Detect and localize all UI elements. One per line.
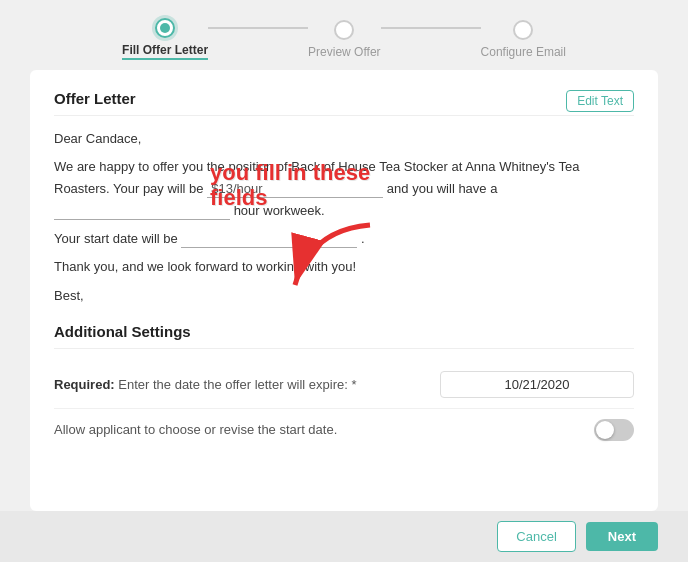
start-date-toggle[interactable] [594,419,634,441]
step-1-label: Fill Offer Letter [122,43,208,60]
step-3-label: Configure Email [481,45,566,59]
next-button[interactable]: Next [586,522,658,551]
start-date-line: Your start date will be . [54,228,634,250]
step-line-1 [208,27,308,29]
additional-settings: Additional Settings Required: Enter the … [54,323,634,451]
content-area: Offer Letter Edit Text you fill in these… [0,70,688,511]
edit-text-button[interactable]: Edit Text [566,90,634,112]
hours-input[interactable] [54,202,230,220]
step-2-label: Preview Offer [308,45,380,59]
additional-settings-title: Additional Settings [54,323,634,349]
expiry-date-row: Required: Enter the date the offer lette… [54,361,634,409]
footer: Cancel Next [0,511,688,562]
step-2-circle [334,20,354,40]
step-line-2 [381,27,481,29]
page-wrapper: Fill Offer Letter Preview Offer Configur… [0,0,688,562]
step-2: Preview Offer [308,20,380,59]
start-date-input[interactable] [181,230,357,248]
greeting: Dear Candace, [54,128,634,150]
expiry-date-input[interactable] [440,371,634,398]
offer-letter-title: Offer Letter [54,90,634,116]
stepper: Fill Offer Letter Preview Offer Configur… [0,0,688,70]
cancel-button[interactable]: Cancel [497,521,575,552]
closing-text: Thank you, and we look forward to workin… [54,256,634,278]
step-1: Fill Offer Letter [122,18,208,60]
expiry-date-label: Required: Enter the date the offer lette… [54,377,440,392]
start-date-toggle-row: Allow applicant to choose or revise the … [54,409,634,451]
wage-input[interactable] [207,180,383,198]
start-date-toggle-label: Allow applicant to choose or revise the … [54,422,594,437]
sign-off: Best, [54,285,634,307]
step-1-circle [155,18,175,38]
main-card: Offer Letter Edit Text you fill in these… [30,70,658,511]
offer-body: We are happy to offer you the position o… [54,156,634,222]
offer-letter-body: Dear Candace, We are happy to offer you … [54,128,634,307]
toggle-knob [596,421,614,439]
step-3: Configure Email [481,20,566,59]
step-3-circle [513,20,533,40]
